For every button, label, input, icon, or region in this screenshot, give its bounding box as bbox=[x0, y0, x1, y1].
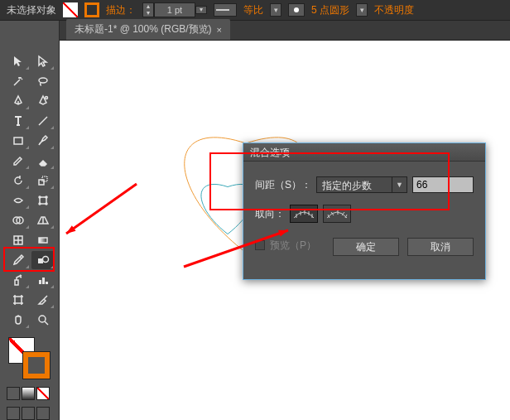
slice-tool[interactable] bbox=[31, 291, 55, 309]
stroke-label: 描边： bbox=[106, 3, 136, 17]
none-mode-icon[interactable] bbox=[36, 387, 50, 400]
svg-rect-20 bbox=[15, 297, 22, 303]
svg-point-8 bbox=[39, 203, 41, 205]
spacing-value-input[interactable] bbox=[412, 176, 474, 193]
svg-rect-16 bbox=[15, 280, 18, 285]
preview-label: 预览（P） bbox=[270, 239, 316, 253]
fill-stroke-indicator[interactable] bbox=[0, 334, 59, 385]
pencil-tool[interactable] bbox=[7, 152, 30, 170]
type-tool[interactable] bbox=[7, 112, 30, 130]
shape-builder-tool[interactable] bbox=[7, 211, 30, 229]
gradient-tool[interactable] bbox=[31, 231, 55, 249]
stroke-weight-input[interactable] bbox=[154, 2, 195, 17]
svg-point-6 bbox=[39, 196, 41, 198]
color-mode-icon[interactable] bbox=[7, 387, 20, 400]
svg-rect-19 bbox=[46, 282, 48, 284]
svg-rect-18 bbox=[42, 278, 45, 284]
stroke-swatch[interactable] bbox=[84, 2, 99, 17]
dash-value: 5 点圆形 bbox=[311, 3, 349, 17]
selection-tool[interactable] bbox=[7, 52, 30, 70]
preview-checkbox-row[interactable]: 预览（P） bbox=[255, 239, 316, 253]
selection-status: 未选择对象 bbox=[7, 3, 56, 17]
preview-checkbox[interactable] bbox=[255, 240, 265, 250]
artboard-tool[interactable] bbox=[7, 291, 30, 309]
fill-swatch-none[interactable] bbox=[63, 2, 78, 17]
orientation-label: 取向： bbox=[255, 207, 285, 221]
spacing-label: 间距（S）： bbox=[255, 178, 311, 192]
magic-wand-tool[interactable] bbox=[7, 72, 30, 90]
line-segment-tool[interactable] bbox=[31, 112, 55, 130]
tab-title: 未标题-1* @ 100% (RGB/预览) bbox=[75, 22, 212, 36]
svg-rect-3 bbox=[39, 180, 44, 185]
scale-tool[interactable] bbox=[31, 171, 55, 190]
blend-tool[interactable] bbox=[31, 251, 55, 269]
eyedropper-tool[interactable] bbox=[7, 251, 30, 269]
svg-rect-2 bbox=[14, 138, 22, 144]
perspective-grid-tool[interactable] bbox=[31, 211, 55, 229]
svg-rect-13 bbox=[39, 238, 47, 243]
svg-point-7 bbox=[46, 196, 47, 198]
draw-inside-icon[interactable] bbox=[36, 407, 50, 420]
tab-document[interactable]: 未标题-1* @ 100% (RGB/预览) × bbox=[66, 19, 230, 40]
direct-selection-tool[interactable] bbox=[31, 52, 55, 70]
svg-rect-4 bbox=[42, 176, 47, 181]
svg-rect-17 bbox=[39, 280, 41, 284]
orient-align-page-button[interactable] bbox=[290, 205, 318, 223]
svg-point-1 bbox=[46, 97, 48, 99]
document-tabs: 未标题-1* @ 100% (RGB/预览) × bbox=[0, 21, 510, 41]
zoom-tool[interactable] bbox=[31, 311, 55, 329]
pen-tool[interactable] bbox=[7, 92, 30, 110]
svg-point-15 bbox=[43, 257, 49, 263]
spin-down[interactable]: ▾ bbox=[143, 10, 153, 17]
options-bar: 未选择对象 描边： ▴▾ ▾ 等比 ▾ 5 点圆形 ▾ 不透明度 bbox=[0, 0, 510, 21]
column-graph-tool[interactable] bbox=[31, 271, 55, 289]
opacity-label: 不透明度 bbox=[374, 3, 414, 17]
mesh-tool[interactable] bbox=[7, 231, 30, 249]
svg-point-9 bbox=[46, 203, 47, 205]
curvature-tool[interactable] bbox=[31, 92, 55, 110]
dialog-title[interactable]: 混合选项 bbox=[243, 143, 485, 162]
rotate-tool[interactable] bbox=[7, 171, 30, 190]
lasso-tool[interactable] bbox=[31, 72, 55, 90]
stroke-box[interactable] bbox=[23, 352, 50, 379]
symbol-sprayer-tool[interactable] bbox=[7, 271, 30, 289]
eraser-tool[interactable] bbox=[31, 152, 55, 170]
chevron-down-icon[interactable]: ▼ bbox=[392, 176, 407, 193]
blend-options-dialog: 混合选项 间距（S）： 指定的步数 ▼ 取向： 预览（P） 确 bbox=[243, 142, 486, 280]
tools-panel bbox=[0, 21, 60, 420]
width-tool[interactable] bbox=[7, 191, 30, 210]
stroke-weight-field[interactable]: ▴▾ ▾ bbox=[142, 2, 207, 17]
stroke-profile[interactable] bbox=[214, 3, 237, 17]
orient-align-path-button[interactable] bbox=[323, 205, 351, 223]
ok-button[interactable]: 确定 bbox=[333, 238, 399, 256]
gradient-mode-icon[interactable] bbox=[22, 387, 35, 400]
svg-point-0 bbox=[39, 78, 47, 83]
draw-normal-icon[interactable] bbox=[7, 407, 20, 420]
svg-point-21 bbox=[39, 316, 46, 322]
hand-tool[interactable] bbox=[7, 311, 30, 329]
paintbrush-tool[interactable] bbox=[31, 132, 55, 150]
cancel-button[interactable]: 取消 bbox=[407, 238, 474, 256]
draw-behind-icon[interactable] bbox=[22, 407, 35, 420]
rectangle-tool[interactable] bbox=[7, 132, 30, 150]
free-transform-tool[interactable] bbox=[31, 191, 55, 210]
tab-close-icon[interactable]: × bbox=[217, 25, 222, 35]
ratio-label: 等比 bbox=[243, 3, 263, 17]
spacing-mode-select[interactable]: 指定的步数 ▼ bbox=[316, 176, 407, 193]
brush-swatch[interactable] bbox=[288, 3, 305, 17]
